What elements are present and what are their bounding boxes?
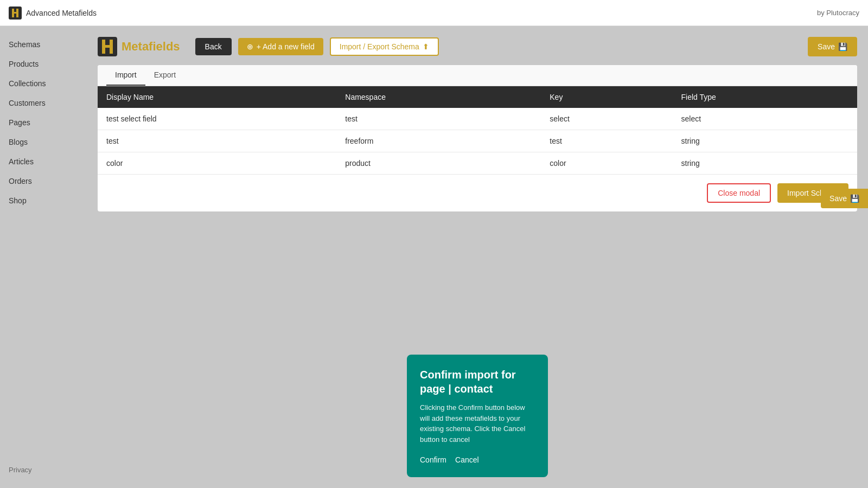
add-field-button[interactable]: ⊕ + Add a new field xyxy=(238,38,323,55)
table-body: test select field test select select tes… xyxy=(98,108,857,175)
tabs: Import Export xyxy=(98,65,857,86)
save-fixed-icon: 💾 xyxy=(850,194,859,203)
close-modal-button[interactable]: Close modal xyxy=(707,183,771,203)
cell-field-type-0: select xyxy=(673,108,857,130)
cell-namespace-1: freeform xyxy=(336,130,541,152)
cell-key-0: select xyxy=(541,108,672,130)
cell-namespace-0: test xyxy=(336,108,541,130)
sidebar-item-products[interactable]: Products xyxy=(0,54,87,74)
tab-import[interactable]: Import xyxy=(106,65,145,86)
by-text: by Plutocracy xyxy=(817,9,859,17)
sidebar: Schemas Products Collections Customers P… xyxy=(0,26,87,488)
app-name: Advanced Metafields xyxy=(26,9,97,17)
main-layout: Schemas Products Collections Customers P… xyxy=(0,26,868,488)
sidebar-item-schemas[interactable]: Schemas xyxy=(0,35,87,54)
confirm-popup-actions: Confirm Cancel xyxy=(420,455,535,464)
cell-key-2: color xyxy=(541,152,672,175)
tab-export[interactable]: Export xyxy=(145,65,184,86)
confirm-popup-desc: Clicking the Confirm button below will a… xyxy=(420,402,535,445)
sidebar-item-customers[interactable]: Customers xyxy=(0,93,87,113)
metafields-table: Display Name Namespace Key Field Type te… xyxy=(98,86,857,175)
cell-display-name-0: test select field xyxy=(98,108,336,130)
save-fixed-right-button[interactable]: Save 💾 xyxy=(821,189,868,208)
back-button[interactable]: Back xyxy=(195,38,232,55)
logo-text: Metafields xyxy=(122,40,180,54)
cell-display-name-2: color xyxy=(98,152,336,175)
content-area: Metafields Back ⊕ + Add a new field Impo… xyxy=(87,26,868,488)
import-export-icon: ⬆ xyxy=(423,42,429,51)
sidebar-item-shop[interactable]: Shop xyxy=(0,191,87,210)
logo-area: Metafields xyxy=(98,37,180,56)
cell-field-type-2: string xyxy=(673,152,857,175)
save-top-button[interactable]: Save 💾 xyxy=(808,37,857,56)
save-top-label: Save xyxy=(818,42,835,51)
col-key: Key xyxy=(541,86,672,108)
confirm-popup-title: Confirm import for page | contact xyxy=(420,368,535,396)
table-row: test freeform test string xyxy=(98,130,857,152)
cell-field-type-1: string xyxy=(673,130,857,152)
confirm-button[interactable]: Confirm xyxy=(420,455,446,464)
sidebar-item-blogs[interactable]: Blogs xyxy=(0,132,87,152)
save-fixed-label: Save xyxy=(829,194,847,203)
sidebar-item-pages[interactable]: Pages xyxy=(0,113,87,132)
table-row: color product color string xyxy=(98,152,857,175)
actions-row: Close modal Import Schema xyxy=(98,175,857,211)
header-bar: Metafields Back ⊕ + Add a new field Impo… xyxy=(98,37,857,56)
cell-display-name-1: test xyxy=(98,130,336,152)
top-bar-logo: Advanced Metafields xyxy=(9,7,97,20)
add-field-icon: ⊕ xyxy=(247,42,253,51)
col-namespace: Namespace xyxy=(336,86,541,108)
import-export-panel: Import Export Display Name Namespace Key… xyxy=(98,65,857,211)
confirm-popup: Confirm import for page | contact Clicki… xyxy=(407,355,548,477)
table-header: Display Name Namespace Key Field Type xyxy=(98,86,857,108)
sidebar-item-collections[interactable]: Collections xyxy=(0,74,87,93)
top-bar: Advanced Metafields by Plutocracy xyxy=(0,0,868,26)
save-top-icon: 💾 xyxy=(838,42,847,51)
table-row: test select field test select select xyxy=(98,108,857,130)
cancel-button[interactable]: Cancel xyxy=(455,455,479,464)
col-display-name: Display Name xyxy=(98,86,336,108)
cell-key-1: test xyxy=(541,130,672,152)
logo-icon xyxy=(98,37,117,56)
sidebar-item-articles[interactable]: Articles xyxy=(0,152,87,171)
table-header-row: Display Name Namespace Key Field Type xyxy=(98,86,857,108)
import-export-button[interactable]: Import / Export Schema ⬆ xyxy=(330,37,439,56)
cell-namespace-2: product xyxy=(336,152,541,175)
col-field-type: Field Type xyxy=(673,86,857,108)
sidebar-item-orders[interactable]: Orders xyxy=(0,171,87,191)
app-logo-icon xyxy=(9,7,22,20)
import-export-label: Import / Export Schema xyxy=(340,42,419,51)
sidebar-privacy[interactable]: Privacy xyxy=(0,460,87,479)
add-field-label: + Add a new field xyxy=(257,42,315,51)
sidebar-nav: Schemas Products Collections Customers P… xyxy=(0,35,87,210)
